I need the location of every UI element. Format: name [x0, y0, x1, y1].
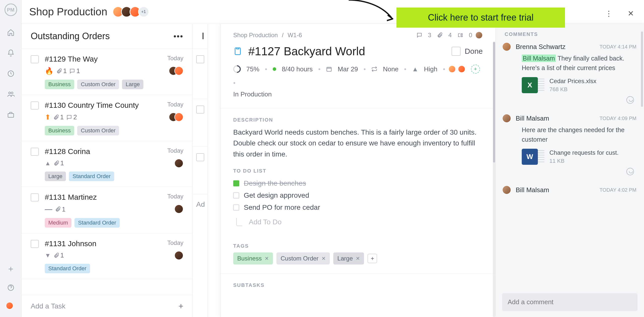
tag-chip[interactable]: Custom Order✕ — [276, 252, 330, 265]
comment-author[interactable]: Bill Malsam — [516, 115, 549, 122]
breadcrumb-project[interactable]: Shop Production — [233, 32, 278, 39]
comment-time: TODAY 4:02 PM — [599, 187, 636, 193]
task-status[interactable]: In Production — [221, 89, 495, 106]
comment-body: Bill Malsam They finally called back. He… — [505, 51, 636, 73]
breadcrumb-task-id[interactable]: W1-6 — [288, 32, 302, 39]
recurrence-icon[interactable] — [371, 66, 377, 72]
calendar-icon[interactable] — [326, 66, 332, 72]
priority-value[interactable]: High — [424, 65, 437, 73]
tag[interactable]: Custom Order — [77, 126, 119, 135]
add-task-plus-icon[interactable]: + — [178, 301, 183, 311]
comment-avatar[interactable] — [502, 42, 511, 51]
remove-tag-icon[interactable]: ✕ — [356, 255, 360, 261]
column-menu-icon[interactable]: ••• — [173, 32, 183, 41]
current-user-avatar[interactable] — [6, 302, 13, 309]
task-card[interactable]: #1128 Corina Today ▲ 1 LargeStandard Ord… — [22, 141, 192, 187]
add-tag-button[interactable]: + — [368, 254, 377, 263]
tag[interactable]: Large — [122, 80, 143, 89]
tag[interactable]: Standard Order — [69, 172, 114, 181]
help-icon[interactable] — [7, 283, 15, 292]
file-size: 768 KB — [549, 86, 596, 93]
todo-checkbox[interactable] — [233, 192, 239, 198]
svg-point-2 — [11, 92, 13, 94]
todo-item[interactable]: Design the benches — [233, 177, 483, 189]
reaction-icon[interactable] — [626, 168, 634, 175]
comment: Bill Malsam TODAY 4:02 PM — [505, 185, 636, 194]
tag[interactable]: Standard Order — [74, 218, 120, 228]
scrollbar[interactable] — [493, 42, 495, 163]
assignee-avatar[interactable] — [448, 65, 456, 73]
attachment[interactable]: W Change requests for cust.11 KB — [522, 149, 636, 165]
recurrence-value[interactable]: None — [383, 65, 398, 73]
tag[interactable]: Large — [45, 172, 66, 181]
todo-checkbox[interactable] — [233, 180, 239, 186]
progress-ring-icon[interactable] — [232, 64, 242, 74]
project-members[interactable]: +1 — [115, 6, 149, 17]
done-checkbox[interactable] — [452, 47, 461, 56]
task-assignees[interactable] — [177, 204, 183, 214]
add-todo-input[interactable]: Add To Do — [233, 216, 483, 229]
task-card-title: #1131 Martinez — [45, 193, 97, 201]
task-card-date: Today — [167, 239, 183, 246]
add-assignee-button[interactable]: + — [471, 65, 480, 74]
reaction-icon[interactable] — [626, 96, 634, 104]
people-icon[interactable] — [7, 90, 15, 98]
comment-author[interactable]: Bill Malsam — [516, 186, 549, 194]
task-checkbox[interactable] — [31, 101, 39, 110]
todo-item[interactable]: Send PO for more cedar — [233, 201, 483, 214]
task-title[interactable]: #1127 Backyard World — [248, 44, 365, 58]
task-assignees[interactable] — [171, 113, 183, 122]
cta-banner[interactable]: Click here to start free trial — [396, 8, 565, 28]
close-icon[interactable]: ✕ — [628, 9, 634, 18]
priority-icon[interactable]: ▲ — [412, 65, 418, 73]
assignee-avatar[interactable] — [458, 65, 465, 73]
tag[interactable]: Business — [45, 126, 74, 135]
task-card[interactable]: #1130 Country Time County Today ⬆ 1 2 Bu… — [22, 95, 192, 141]
clock-icon[interactable] — [7, 69, 15, 78]
dash-icon: — — [45, 205, 52, 214]
task-card[interactable]: #1131 Johnson Today ▼ 1 Standard Order — [22, 233, 192, 279]
subtask-count: 0 — [469, 32, 472, 39]
briefcase-icon[interactable] — [7, 111, 15, 119]
attachment[interactable]: X Cedar Prices.xlsx768 KB — [522, 77, 636, 93]
comment-avatar[interactable] — [502, 185, 511, 194]
app-logo[interactable]: PM — [5, 4, 17, 16]
task-owner-avatar[interactable] — [475, 31, 483, 39]
todo-item[interactable]: Get design approved — [233, 189, 483, 201]
plus-icon[interactable] — [7, 265, 15, 273]
remove-tag-icon[interactable]: ✕ — [265, 255, 269, 261]
tag[interactable]: Standard Order — [45, 264, 90, 273]
tag[interactable]: Business — [45, 80, 74, 89]
task-checkbox[interactable] — [31, 148, 39, 156]
due-date[interactable]: Mar 29 — [338, 65, 358, 73]
home-icon[interactable] — [7, 28, 15, 37]
more-menu-icon[interactable]: ⋮ — [605, 9, 613, 18]
comment-avatar[interactable] — [502, 114, 511, 123]
task-checkbox[interactable] — [31, 55, 39, 63]
word-icon: W — [522, 149, 538, 165]
bell-icon[interactable] — [7, 49, 15, 57]
task-assignees[interactable] — [171, 66, 183, 75]
todo-checkbox[interactable] — [233, 204, 239, 210]
nav-rail: PM — [0, 0, 22, 317]
comment-author[interactable]: Brenna Schwartz — [516, 43, 566, 51]
tag[interactable]: Medium — [45, 218, 71, 228]
task-assignees[interactable] — [177, 251, 183, 260]
comment-input[interactable] — [502, 293, 637, 311]
task-assignees[interactable] — [177, 159, 183, 168]
remove-tag-icon[interactable]: ✕ — [321, 255, 326, 261]
comment: Bill Malsam TODAY 4:09 PM Here are the c… — [505, 114, 636, 175]
task-checkbox[interactable] — [31, 193, 39, 201]
task-card-title: #1131 Johnson — [45, 239, 96, 248]
task-card[interactable]: #1131 Martinez Today — 1 MediumStandard … — [22, 187, 192, 233]
task-card[interactable]: #1129 The Way Today 🔥 1 1 BusinessCustom… — [22, 48, 192, 95]
comments-header: COMMENTS — [496, 31, 644, 42]
description-text[interactable]: Backyard World needs custom benches. Thi… — [221, 125, 495, 162]
mention[interactable]: Bill Malsam — [522, 55, 556, 62]
scrollbar[interactable] — [641, 31, 643, 107]
tag-chip[interactable]: Business✕ — [233, 252, 273, 265]
tag[interactable]: Custom Order — [77, 80, 119, 89]
tag-chip[interactable]: Large✕ — [333, 252, 364, 265]
add-task-input[interactable]: Add a Task + — [22, 295, 192, 317]
task-checkbox[interactable] — [31, 240, 39, 248]
